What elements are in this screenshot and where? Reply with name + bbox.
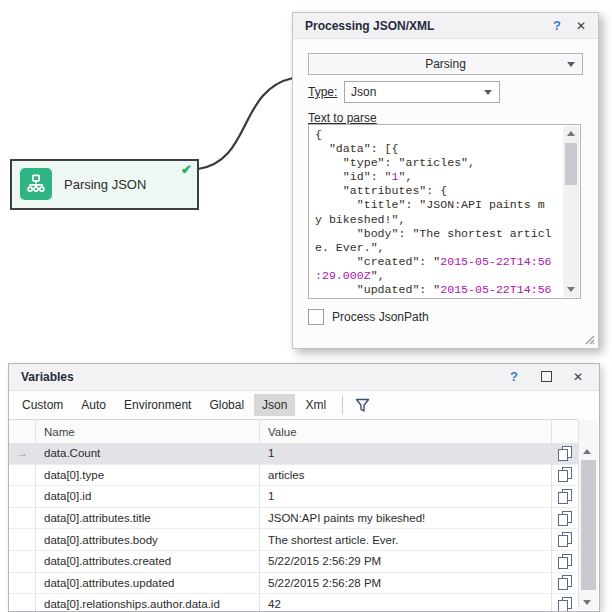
variable-value: 1: [260, 443, 552, 464]
scroll-down-icon[interactable]: [563, 282, 579, 297]
table-scrollbar[interactable]: [578, 420, 598, 610]
row-indicator: [9, 594, 36, 611]
copy-icon[interactable]: [558, 575, 572, 590]
tab-global[interactable]: Global: [201, 394, 252, 416]
tab-xml[interactable]: Xml: [297, 394, 334, 416]
code-line: "attributes": {: [315, 184, 560, 198]
copy-cell[interactable]: [552, 465, 578, 486]
code-line: y bikeshed!",: [315, 213, 560, 227]
scrollbar-thumb[interactable]: [581, 460, 596, 590]
copy-icon[interactable]: [558, 554, 572, 569]
variable-value: JSON:API paints my bikeshed!: [260, 508, 552, 529]
close-button[interactable]: ✕: [570, 13, 592, 38]
copy-column-header: [552, 420, 578, 443]
code-line: {: [315, 128, 560, 142]
code-line: e. Ever.",: [315, 241, 560, 255]
row-indicator: [9, 486, 36, 507]
checkbox-label: Process JsonPath: [332, 310, 429, 324]
copy-icon[interactable]: [558, 511, 572, 526]
close-button[interactable]: ✕: [567, 364, 589, 389]
variable-value: 5/22/2015 2:56:28 PM: [260, 573, 552, 594]
table-row[interactable]: →data.Count1: [9, 443, 578, 465]
text-to-parse-editor[interactable]: { "data": [{ "type": "articles", "id": "…: [308, 124, 581, 299]
workflow-node-parsing-json[interactable]: Parsing JSON ✔: [10, 159, 199, 210]
table-row[interactable]: data[0].attributes.created5/22/2015 2:56…: [9, 551, 578, 573]
copy-cell[interactable]: [552, 508, 578, 529]
copy-cell[interactable]: [552, 551, 578, 572]
variable-value: 5/22/2015 2:56:29 PM: [260, 551, 552, 572]
copy-cell[interactable]: [552, 529, 578, 550]
editor-scrollbar[interactable]: [563, 126, 579, 297]
variable-name: data[0].id: [36, 486, 260, 507]
action-dropdown-value: Parsing: [425, 57, 466, 71]
row-indicator-column: [9, 420, 36, 443]
tab-json[interactable]: Json: [254, 394, 295, 416]
sitemap-icon: [20, 168, 52, 200]
resize-grip-icon[interactable]: [583, 333, 595, 345]
check-icon: ✔: [181, 162, 192, 177]
column-header-value[interactable]: Value: [260, 420, 552, 443]
column-header-name[interactable]: Name: [36, 420, 260, 443]
row-indicator: [9, 508, 36, 529]
text-to-parse-label[interactable]: Text to parse: [308, 111, 377, 125]
table-row[interactable]: data[0].attributes.titleJSON:API paints …: [9, 508, 578, 530]
tab-environment[interactable]: Environment: [116, 394, 199, 416]
copy-cell[interactable]: [552, 573, 578, 594]
table-row[interactable]: data[0].typearticles: [9, 465, 578, 487]
table-row[interactable]: data[0].id1: [9, 486, 578, 508]
variable-value: The shortest article. Ever.: [260, 529, 552, 550]
help-button[interactable]: ?: [546, 13, 568, 38]
row-indicator: [9, 573, 36, 594]
code-line: "data": [{: [315, 142, 560, 156]
scroll-up-icon[interactable]: [579, 444, 595, 459]
variable-value: 1: [260, 486, 552, 507]
processing-json-xml-dialog: Processing JSON/XML ? ✕ Parsing Type: Js…: [292, 12, 599, 349]
row-indicator: [9, 551, 36, 572]
checkbox-box[interactable]: [308, 309, 324, 325]
tab-custom[interactable]: Custom: [14, 394, 71, 416]
scrollbar-thumb[interactable]: [565, 143, 577, 185]
variable-name: data.Count: [36, 443, 260, 464]
table-row[interactable]: data[0].relationships.author.data.id42: [9, 594, 578, 611]
node-label: Parsing JSON: [64, 161, 146, 208]
variables-tabbar: CustomAutoEnvironmentGlobalJsonXml: [9, 391, 599, 419]
tab-auto[interactable]: Auto: [73, 394, 114, 416]
current-row-arrow-icon: →: [9, 443, 35, 464]
code-line: "title": "JSON:API paints m: [315, 198, 560, 212]
variables-title: Variables: [21, 370, 74, 384]
row-indicator: [9, 529, 36, 550]
variables-panel: Variables ? ✕ CustomAutoEnvironmentGloba…: [8, 363, 600, 612]
variable-name: data[0].attributes.updated: [36, 573, 260, 594]
type-dropdown[interactable]: Json: [344, 81, 500, 103]
code-line: "updated": "2015-05-22T14:56: [315, 283, 560, 297]
copy-icon[interactable]: [558, 467, 572, 482]
chevron-down-icon: [484, 90, 492, 95]
row-indicator: →: [9, 443, 36, 464]
table-row[interactable]: data[0].attributes.bodyThe shortest arti…: [9, 529, 578, 551]
copy-cell[interactable]: [552, 486, 578, 507]
copy-cell[interactable]: [552, 443, 578, 464]
scroll-up-icon[interactable]: [563, 126, 579, 141]
help-button[interactable]: ?: [503, 364, 525, 389]
action-dropdown[interactable]: Parsing: [308, 53, 583, 75]
dialog-title: Processing JSON/XML: [305, 19, 434, 33]
copy-icon[interactable]: [558, 532, 572, 547]
table-header: Name Value: [9, 419, 578, 444]
copy-icon[interactable]: [558, 446, 572, 461]
table-row[interactable]: data[0].attributes.updated5/22/2015 2:56…: [9, 573, 578, 595]
variable-name: data[0].type: [36, 465, 260, 486]
copy-icon[interactable]: [558, 597, 572, 611]
scroll-down-icon[interactable]: [579, 595, 595, 610]
process-jsonpath-checkbox[interactable]: Process JsonPath: [308, 309, 429, 325]
copy-icon[interactable]: [558, 489, 572, 504]
code-line: "id": "1",: [315, 170, 560, 184]
variable-name: data[0].attributes.created: [36, 551, 260, 572]
variable-name: data[0].relationships.author.data.id: [36, 594, 260, 611]
variable-name: data[0].attributes.title: [36, 508, 260, 529]
maximize-button[interactable]: [535, 364, 557, 389]
variable-name: data[0].attributes.body: [36, 529, 260, 550]
type-label[interactable]: Type:: [308, 85, 337, 99]
json-code: { "data": [{ "type": "articles", "id": "…: [315, 128, 560, 297]
filter-button[interactable]: [351, 394, 373, 416]
copy-cell[interactable]: [552, 594, 578, 611]
